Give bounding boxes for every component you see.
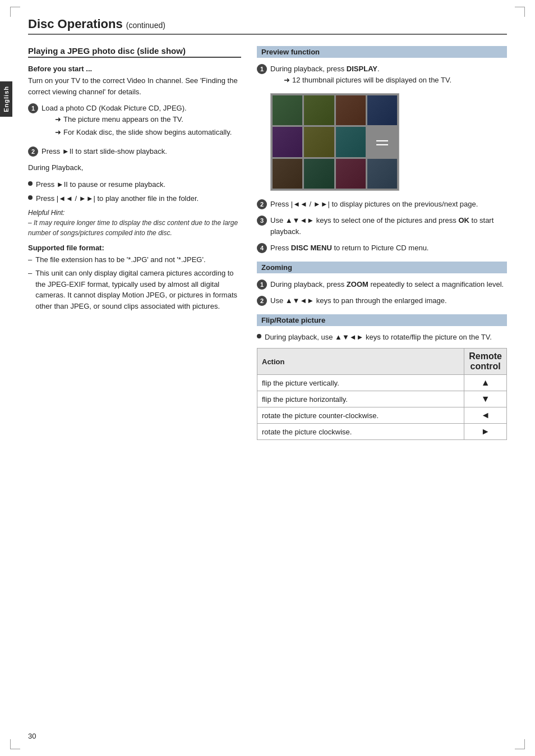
table-action-3: rotate the picture counter-clockwise. xyxy=(257,407,464,424)
preview-step-num-1: 1 xyxy=(257,64,267,74)
table-row: flip the picture vertically. ▲ xyxy=(257,375,507,391)
thumb-1 xyxy=(273,95,302,125)
before-start-label: Before you start ... xyxy=(28,65,241,73)
thumb-2 xyxy=(304,95,334,125)
step-num-1: 1 xyxy=(28,103,38,113)
table-symbol-3: ◄ xyxy=(464,407,507,424)
zoom-step-num-2: 2 xyxy=(257,296,267,306)
zoom-step-1: 1 During playback, press ZOOM repeatedly… xyxy=(257,279,507,290)
table-header-action: Action xyxy=(257,349,464,375)
thumb-7 xyxy=(336,127,366,157)
table-row: flip the picture horizontally. ▼ xyxy=(257,391,507,407)
table-row: rotate the picture clockwise. ► xyxy=(257,424,507,440)
flip-bullet: During playback, use ▲▼◄► keys to rotate… xyxy=(257,332,507,343)
bullet-dot-2 xyxy=(28,195,33,200)
table-action-1: flip the picture vertically. xyxy=(257,375,464,391)
preview-step-1-content: During playback, press DISPLAY. ➜ 12 thu… xyxy=(270,63,507,88)
preview-step-2-content: Press |◄◄ / ►►| to display pictures on t… xyxy=(270,199,507,210)
table-action-2: flip the picture horizontally. xyxy=(257,391,464,407)
preview-step-1-arrow: ➜ 12 thumbnail pictures will be displaye… xyxy=(284,75,507,86)
preview-thumbnail-grid: ▬▬▬▬▬▬ xyxy=(270,93,399,191)
left-section-heading: Playing a JPEG photo disc (slide show) xyxy=(28,46,241,58)
thumb-8: ▬▬▬▬▬▬ xyxy=(367,127,397,157)
before-start-text: Turn on your TV to the correct Video In … xyxy=(28,75,241,97)
supported-dash-2: – This unit can only display digital cam… xyxy=(28,268,241,311)
right-column: Preview function 1 During playback, pres… xyxy=(257,46,507,440)
zoom-step-num-1: 1 xyxy=(257,280,267,290)
thumb-10 xyxy=(304,159,334,189)
thumb-4 xyxy=(367,95,397,125)
table-symbol-2: ▼ xyxy=(464,391,507,407)
step-1-arrow-2: ➜ For Kodak disc, the slide show begins … xyxy=(55,127,241,138)
step-1-content: Load a photo CD (Kodak Picture CD, JPEG)… xyxy=(41,103,241,140)
preview-step-4-content: Press DISC MENU to return to Picture CD … xyxy=(270,242,507,254)
thumb-12 xyxy=(367,159,397,189)
step-1-arrow-1: ➜ The picture menu appears on the TV. xyxy=(55,114,241,125)
thumb-6 xyxy=(304,127,334,157)
preview-step-num-3: 3 xyxy=(257,216,267,226)
preview-step-1: 1 During playback, press DISPLAY. ➜ 12 t… xyxy=(257,63,507,88)
thumb-5 xyxy=(273,127,302,157)
preview-step-num-4: 4 xyxy=(257,243,267,253)
action-table: Action Remote control flip the picture v… xyxy=(257,348,507,440)
supported-dash-1: – The file extension has to be '*.JPG' a… xyxy=(28,254,241,265)
left-column: Playing a JPEG photo disc (slide show) B… xyxy=(28,46,241,440)
supported-label: Supported file format: xyxy=(28,244,241,252)
page-title: Disc Operations (continued) xyxy=(28,17,507,35)
flip-header: Flip/Rotate picture xyxy=(257,314,507,326)
thumb-3 xyxy=(336,95,366,125)
preview-step-3-content: Use ▲▼◄► keys to select one of the pictu… xyxy=(270,215,507,237)
table-row: rotate the picture counter-clockwise. ◄ xyxy=(257,407,507,424)
thumb-9 xyxy=(273,159,302,189)
table-action-4: rotate the picture clockwise. xyxy=(257,424,464,440)
table-header-remote: Remote control xyxy=(464,349,507,375)
bullet-2: Press |◄◄ / ►►| to play another file in … xyxy=(28,193,241,204)
thumb-11 xyxy=(336,159,366,189)
preview-step-3: 3 Use ▲▼◄► keys to select one of the pic… xyxy=(257,215,507,237)
preview-step-2: 2 Press |◄◄ / ►►| to display pictures on… xyxy=(257,199,507,210)
flip-bullet-dot xyxy=(257,334,261,338)
zoom-step-2: 2 Use ▲▼◄► keys to pan through the enlar… xyxy=(257,295,507,306)
preview-step-4: 4 Press DISC MENU to return to Picture C… xyxy=(257,242,507,254)
step-num-2: 2 xyxy=(28,146,38,157)
table-symbol-4: ► xyxy=(464,424,507,440)
hint-label: Helpful Hint: xyxy=(28,209,241,217)
page-number: 30 xyxy=(28,732,36,740)
zoom-header: Zooming xyxy=(257,262,507,273)
zoom-step-2-content: Use ▲▼◄► keys to pan through the enlarge… xyxy=(270,295,507,306)
zoom-step-1-content: During playback, press ZOOM repeatedly t… xyxy=(270,279,507,290)
table-symbol-1: ▲ xyxy=(464,375,507,391)
preview-header: Preview function xyxy=(257,46,507,58)
during-playback-label: During Playback, xyxy=(28,162,241,173)
hint-block: Helpful Hint: – It may require longer ti… xyxy=(28,209,241,238)
step-2-content: Press ►II to start slide-show playback. xyxy=(41,146,241,157)
bullet-1: Press ►II to pause or resume playback. xyxy=(28,179,241,190)
step-2: 2 Press ►II to start slide-show playback… xyxy=(28,146,241,157)
hint-text: – It may require longer time to display … xyxy=(28,218,241,238)
bullet-dot-1 xyxy=(28,181,33,186)
step-1: 1 Load a photo CD (Kodak Picture CD, JPE… xyxy=(28,103,241,140)
preview-step-num-2: 2 xyxy=(257,199,267,209)
